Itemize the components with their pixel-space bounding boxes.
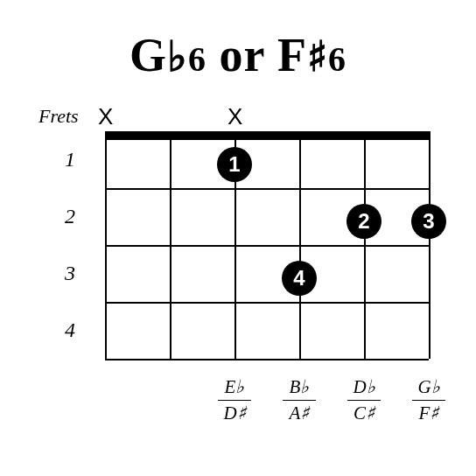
chord-grid: 1234 xyxy=(105,131,429,359)
fret-number: 4 xyxy=(65,318,75,342)
title-sharp: ♯ xyxy=(307,33,328,80)
note-sharp: F♯ xyxy=(419,401,439,424)
note-column: G♭F♯ xyxy=(402,376,455,424)
finger-dot: 4 xyxy=(282,261,317,296)
note-column: D♭C♯ xyxy=(338,376,390,424)
chord-title: G♭6 or F♯6 xyxy=(0,28,476,82)
string-line xyxy=(364,131,366,359)
note-flat: B♭ xyxy=(283,376,316,401)
title-g: G xyxy=(130,29,167,81)
string-line xyxy=(105,131,107,359)
string-line xyxy=(429,131,430,359)
chord-diagram-page: G♭6 or F♯6 Frets 1234 1234XXE♭D♯B♭A♯D♭C♯… xyxy=(0,0,476,476)
mute-mark: X xyxy=(98,103,113,130)
fret-line xyxy=(105,302,429,304)
note-column: E♭D♯ xyxy=(208,376,261,424)
fret-number: 2 xyxy=(65,205,75,228)
title-f: F xyxy=(277,29,307,81)
note-sharp: D♯ xyxy=(223,401,245,424)
title-or: or xyxy=(206,29,277,81)
note-sharp: C♯ xyxy=(354,401,374,424)
mute-mark: X xyxy=(228,103,242,130)
nut xyxy=(105,131,429,140)
fret-line xyxy=(105,188,429,190)
fret-number: 3 xyxy=(65,262,75,285)
title-six-1: 6 xyxy=(188,39,206,79)
frets-label: Frets xyxy=(38,105,79,128)
title-flat: ♭ xyxy=(167,33,188,80)
title-six-2: 6 xyxy=(328,39,346,79)
note-sharp: A♯ xyxy=(290,401,310,424)
fret-line xyxy=(105,245,429,247)
note-flat: D♭ xyxy=(347,376,381,401)
finger-dot: 2 xyxy=(346,204,382,239)
string-line xyxy=(170,131,172,359)
string-line xyxy=(299,131,301,359)
note-flat: E♭ xyxy=(218,376,251,401)
finger-dot: 1 xyxy=(217,147,252,182)
note-flat: G♭ xyxy=(412,376,445,401)
fret-line xyxy=(105,359,429,360)
note-column: B♭A♯ xyxy=(273,376,326,424)
finger-dot: 3 xyxy=(411,204,446,239)
fret-number: 1 xyxy=(65,148,75,172)
